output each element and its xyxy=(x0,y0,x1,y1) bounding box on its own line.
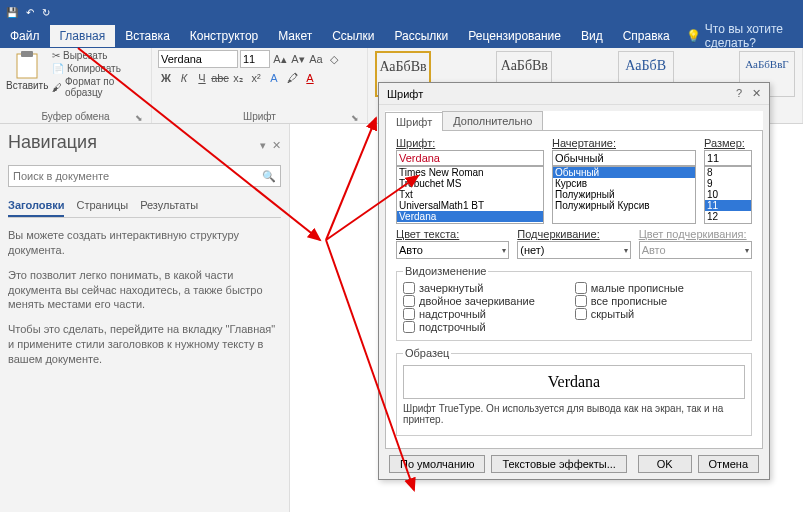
font-listbox[interactable]: Times New RomanTrebuchet MSTxtUniversalM… xyxy=(396,166,544,224)
underline-combo[interactable]: (нет)▾ xyxy=(517,241,630,259)
nav-tab-headings[interactable]: Заголовки xyxy=(8,195,64,217)
effects-fieldset: Видоизменение зачеркнутый двойное зачерк… xyxy=(396,265,752,341)
chk-smallcaps[interactable]: малые прописные xyxy=(575,282,684,294)
save-icon[interactable]: 💾 xyxy=(6,7,18,18)
navigation-pane: Навигация ▾ ✕ 🔍 Заголовки Страницы Резул… xyxy=(0,124,290,512)
color-label: Цвет текста: xyxy=(396,228,509,240)
copy-icon: 📄 xyxy=(52,63,64,74)
search-icon[interactable]: 🔍 xyxy=(258,166,280,186)
svg-rect-1 xyxy=(21,51,33,57)
clipboard-launcher-icon[interactable]: ⬊ xyxy=(135,113,143,123)
tab-home[interactable]: Главная xyxy=(50,25,116,47)
style-field-input[interactable] xyxy=(552,150,696,166)
nav-search[interactable]: 🔍 xyxy=(8,165,281,187)
tell-me[interactable]: 💡Что вы хотите сделать? xyxy=(686,22,803,50)
nav-close-icon[interactable]: ✕ xyxy=(272,139,281,151)
chk-dblstrike[interactable]: двойное зачеркивание xyxy=(403,295,535,307)
undo-icon[interactable]: ↶ xyxy=(26,7,34,18)
underline-label: Подчеркивание: xyxy=(517,228,630,240)
tab-review[interactable]: Рецензирование xyxy=(458,25,571,47)
text-effects-button[interactable]: Текстовые эффекты... xyxy=(491,455,627,473)
dlg-tab-font[interactable]: Шрифт xyxy=(385,112,443,131)
chk-subscript[interactable]: подстрочный xyxy=(403,321,535,333)
sample-preview: Verdana xyxy=(403,365,745,399)
sample-fieldset: Образец Verdana Шрифт TrueType. Он испол… xyxy=(396,347,752,436)
style-listbox[interactable]: ОбычныйКурсивПолужирныйПолужирный Курсив xyxy=(552,166,696,224)
underline-icon[interactable]: Ч xyxy=(194,70,210,86)
bold-icon[interactable]: Ж xyxy=(158,70,174,86)
italic-icon[interactable]: К xyxy=(176,70,192,86)
tab-layout[interactable]: Макет xyxy=(268,25,322,47)
ucolor-label: Цвет подчеркивания: xyxy=(639,228,752,240)
clear-format-icon[interactable]: ◇ xyxy=(326,51,342,67)
ok-button[interactable]: OK xyxy=(638,455,692,473)
nav-search-input[interactable] xyxy=(9,166,258,186)
dialog-title: Шрифт xyxy=(387,88,423,100)
nav-p1: Вы можете создать интерактивную структур… xyxy=(8,228,281,258)
tab-refs[interactable]: Ссылки xyxy=(322,25,384,47)
tab-design[interactable]: Конструктор xyxy=(180,25,268,47)
close-icon[interactable]: ✕ xyxy=(752,87,761,100)
brush-icon: 🖌 xyxy=(52,82,62,93)
group-font-label: Шрифт⬊ xyxy=(158,110,361,123)
shrink-font-icon[interactable]: A▾ xyxy=(290,51,306,67)
default-button[interactable]: По умолчанию xyxy=(389,455,485,473)
font-field-label: Шрифт: xyxy=(396,137,544,149)
bulb-icon: 💡 xyxy=(686,29,701,43)
chk-hidden[interactable]: скрытый xyxy=(575,308,684,320)
subscript-icon[interactable]: x₂ xyxy=(230,70,246,86)
grow-font-icon[interactable]: A▴ xyxy=(272,51,288,67)
format-painter-button[interactable]: 🖌Формат по образцу xyxy=(52,76,145,98)
size-field-input[interactable] xyxy=(704,150,752,166)
nav-tab-pages[interactable]: Страницы xyxy=(76,195,128,217)
ribbon-tabs: Файл Главная Вставка Конструктор Макет С… xyxy=(0,24,803,48)
nav-tab-results[interactable]: Результаты xyxy=(140,195,198,217)
nav-p3: Чтобы это сделать, перейдите на вкладку … xyxy=(8,322,281,367)
titlebar: 💾 ↶ ↻ xyxy=(0,0,803,24)
style-field-label: Начертание: xyxy=(552,137,696,149)
font-dialog: Шрифт ?✕ Шрифт Дополнительно Шрифт: Time… xyxy=(378,82,770,480)
highlight-icon[interactable]: 🖍 xyxy=(284,70,300,86)
chk-allcaps[interactable]: все прописные xyxy=(575,295,684,307)
change-case-icon[interactable]: Aa xyxy=(308,51,324,67)
scissors-icon: ✂ xyxy=(52,50,60,61)
tab-view[interactable]: Вид xyxy=(571,25,613,47)
nav-title: Навигация xyxy=(8,132,97,153)
svg-rect-0 xyxy=(17,54,37,78)
dlg-tab-advanced[interactable]: Дополнительно xyxy=(442,111,543,130)
redo-icon[interactable]: ↻ xyxy=(42,7,50,18)
text-effects-icon[interactable]: A xyxy=(266,70,282,86)
clipboard-icon xyxy=(13,50,41,80)
font-name-input[interactable] xyxy=(158,50,238,68)
tab-mail[interactable]: Рассылки xyxy=(384,25,458,47)
tab-file[interactable]: Файл xyxy=(0,25,50,47)
cancel-button[interactable]: Отмена xyxy=(698,455,759,473)
nav-p2: Это позволит легко понимать, в какой час… xyxy=(8,268,281,313)
paste-button[interactable]: Вставить xyxy=(6,50,48,98)
size-field-label: Размер: xyxy=(704,137,752,149)
nav-dropdown-icon[interactable]: ▾ xyxy=(260,139,266,151)
font-launcher-icon[interactable]: ⬊ xyxy=(351,113,359,123)
chk-strike[interactable]: зачеркнутый xyxy=(403,282,535,294)
strike-icon[interactable]: abc xyxy=(212,70,228,86)
size-listbox[interactable]: 89101112 xyxy=(704,166,752,224)
copy-button[interactable]: 📄Копировать xyxy=(52,63,145,74)
font-field-input[interactable] xyxy=(396,150,544,166)
group-clipboard-label: Буфер обмена⬊ xyxy=(6,110,145,123)
ucolor-combo: Авто▾ xyxy=(639,241,752,259)
cut-button[interactable]: ✂Вырезать xyxy=(52,50,145,61)
tab-insert[interactable]: Вставка xyxy=(115,25,180,47)
help-icon[interactable]: ? xyxy=(736,87,742,100)
color-combo[interactable]: Авто▾ xyxy=(396,241,509,259)
font-size-input[interactable] xyxy=(240,50,270,68)
chk-superscript[interactable]: надстрочный xyxy=(403,308,535,320)
truetype-note: Шрифт TrueType. Он используется для выво… xyxy=(403,403,745,425)
font-color-icon[interactable]: A xyxy=(302,70,318,86)
tab-help[interactable]: Справка xyxy=(613,25,680,47)
superscript-icon[interactable]: x² xyxy=(248,70,264,86)
